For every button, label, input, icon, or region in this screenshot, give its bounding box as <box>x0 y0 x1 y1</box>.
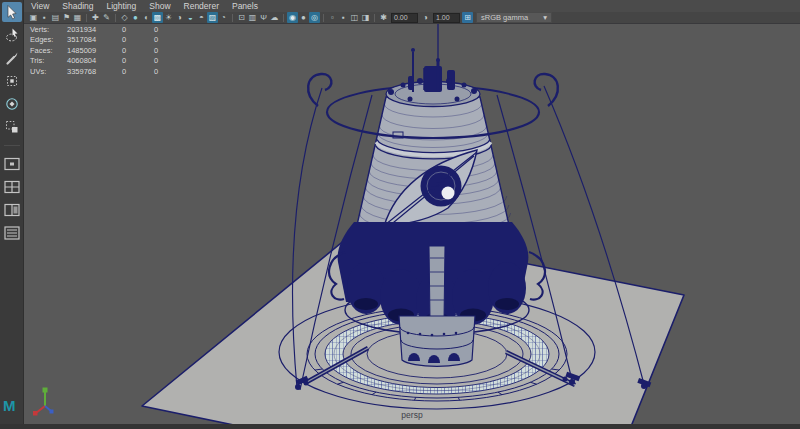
motion-blur-icon[interactable]: ◓ <box>196 12 207 23</box>
textured-icon[interactable]: ▩ <box>152 12 163 23</box>
layout-outliner-button[interactable] <box>2 223 22 243</box>
wireframe-on-shaded-icon[interactable]: ◐ <box>141 12 152 23</box>
hud-selected-count: 0 <box>122 46 154 56</box>
toolbar-separator <box>374 14 375 22</box>
toolbar-separator <box>283 14 284 22</box>
contrast-icon[interactable]: ◑ <box>420 12 431 23</box>
xray-joints-icon[interactable]: Ψ <box>258 12 269 23</box>
image-plane-icon[interactable]: ▦ <box>72 12 83 23</box>
hud-component-count: 0 <box>154 67 186 77</box>
menu-shading[interactable]: Shading <box>62 1 93 11</box>
menu-view[interactable]: View <box>31 1 49 11</box>
paint-select-tool-button[interactable] <box>2 48 22 68</box>
camera-label: persp <box>24 410 800 420</box>
select-tool-button[interactable] <box>2 2 22 22</box>
two-pane-icon <box>3 202 21 218</box>
camera-attributes-icon[interactable]: ▤ <box>50 12 61 23</box>
maya-logo: M <box>3 397 16 414</box>
hud-row-tris: Tris: 4060804 0 0 <box>30 56 186 66</box>
hud-label: Tris: <box>30 56 67 66</box>
hud-label: Verts: <box>30 25 67 35</box>
toolbox-separator <box>4 145 20 146</box>
color-managed-icon[interactable]: ⊞ <box>462 12 473 23</box>
lasso-select-tool-button[interactable] <box>2 25 22 45</box>
lasso-icon <box>4 27 20 43</box>
grease-pencil-icon[interactable]: ✎ <box>101 12 112 23</box>
viewport-canvas[interactable] <box>24 24 800 424</box>
fog-icon[interactable]: ☁ <box>269 12 280 23</box>
layout-four-pane-button[interactable] <box>2 177 22 197</box>
outliner-list-icon <box>3 225 21 241</box>
exposure-b-icon[interactable]: ▪ <box>338 12 349 23</box>
wireframe-icon[interactable]: ◇ <box>119 12 130 23</box>
tool-box <box>0 0 24 429</box>
hud-label: UVs: <box>30 67 67 77</box>
hud-value: 3359768 <box>67 67 122 77</box>
panel-menu-bar: View Shading Lighting Show Renderer Pane… <box>24 0 800 12</box>
layout-two-pane-button[interactable] <box>2 200 22 220</box>
depth-of-field-icon[interactable]: ◔ <box>218 12 229 23</box>
rotate-icon <box>4 96 20 112</box>
hud-row-uvs: UVs: 3359768 0 0 <box>30 67 186 77</box>
shadow-toggle-icon[interactable]: ● <box>298 12 309 23</box>
menu-renderer[interactable]: Renderer <box>184 1 219 11</box>
menu-panels[interactable]: Panels <box>232 1 258 11</box>
pan-zoom-icon[interactable]: ✚ <box>90 12 101 23</box>
hud-row-faces: Faces: 1485009 0 0 <box>30 46 186 56</box>
hud-label: Edges: <box>30 35 67 45</box>
rotate-tool-button[interactable] <box>2 94 22 114</box>
ssao-icon[interactable]: ◒ <box>185 12 196 23</box>
lights-icon[interactable]: ☀ <box>163 12 174 23</box>
poly-count-hud: Verts: 2031934 0 0 Edges: 3517084 0 0 Fa… <box>30 25 186 77</box>
window-bottom-edge <box>0 424 800 429</box>
color-space-dropdown[interactable]: sRGB gamma ▾ <box>476 12 552 23</box>
select-camera-icon[interactable]: ▣ <box>28 12 39 23</box>
menu-lighting[interactable]: Lighting <box>106 1 136 11</box>
hud-selected-count: 0 <box>122 35 154 45</box>
color-space-value: sRGB gamma <box>481 13 528 22</box>
single-pane-icon <box>3 156 21 172</box>
exposure-field[interactable]: 0.00 <box>391 13 418 23</box>
chevron-down-icon: ▾ <box>543 13 547 22</box>
four-pane-icon <box>3 179 21 195</box>
toolbar-separator <box>86 14 87 22</box>
scale-icon <box>4 119 20 135</box>
lock-camera-icon[interactable]: ▪ <box>39 12 50 23</box>
smooth-shade-icon[interactable]: ● <box>130 12 141 23</box>
exposure-a-icon[interactable]: ▫ <box>327 12 338 23</box>
snapshot-icon[interactable]: ◫ <box>349 12 360 23</box>
isolate-select-icon[interactable]: ⊡ <box>236 12 247 23</box>
hud-row-verts: Verts: 2031934 0 0 <box>30 25 186 35</box>
shadows-icon[interactable]: ◑ <box>174 12 185 23</box>
view-axis-gizmo <box>32 386 58 418</box>
hud-component-count: 0 <box>154 35 186 45</box>
hud-label: Faces: <box>30 46 67 56</box>
hud-component-count: 0 <box>154 46 186 56</box>
toolbar-separator <box>115 14 116 22</box>
hud-value: 1485009 <box>67 46 122 56</box>
scale-tool-button[interactable] <box>2 117 22 137</box>
hud-selected-count: 0 <box>122 25 154 35</box>
hud-component-count: 0 <box>154 25 186 35</box>
xray-icon[interactable]: ▥ <box>247 12 258 23</box>
brush-icon <box>4 50 20 66</box>
select-cursor-icon <box>4 4 20 20</box>
antialias-icon[interactable]: ▨ <box>207 12 218 23</box>
lighting-toggle-icon[interactable]: ◉ <box>287 12 298 23</box>
layout-single-pane-button[interactable] <box>2 154 22 174</box>
layer-icon[interactable]: ◨ <box>360 12 371 23</box>
move-tool-button[interactable] <box>2 71 22 91</box>
hud-row-edges: Edges: 3517084 0 0 <box>30 35 186 45</box>
toolbar-separator <box>232 14 233 22</box>
ao-toggle-icon[interactable]: ◎ <box>309 12 320 23</box>
hud-selected-count: 0 <box>122 67 154 77</box>
gamma-field[interactable]: 1.00 <box>433 13 460 23</box>
toolbar-separator <box>323 14 324 22</box>
gear-icon[interactable]: ✱ <box>378 12 389 23</box>
hud-value: 2031934 <box>67 25 122 35</box>
menu-show[interactable]: Show <box>149 1 170 11</box>
panel-toolbar: ▣ ▪ ▤ ⚑ ▦ ✚ ✎ ◇ ● ◐ ▩ ☀ ◑ ◒ ◓ ▨ ◔ ⊡ ▥ Ψ … <box>24 12 800 24</box>
maya-window: View Shading Lighting Show Renderer Pane… <box>0 0 800 429</box>
viewport-panel[interactable]: Verts: 2031934 0 0 Edges: 3517084 0 0 Fa… <box>24 24 800 424</box>
bookmark-icon[interactable]: ⚑ <box>61 12 72 23</box>
